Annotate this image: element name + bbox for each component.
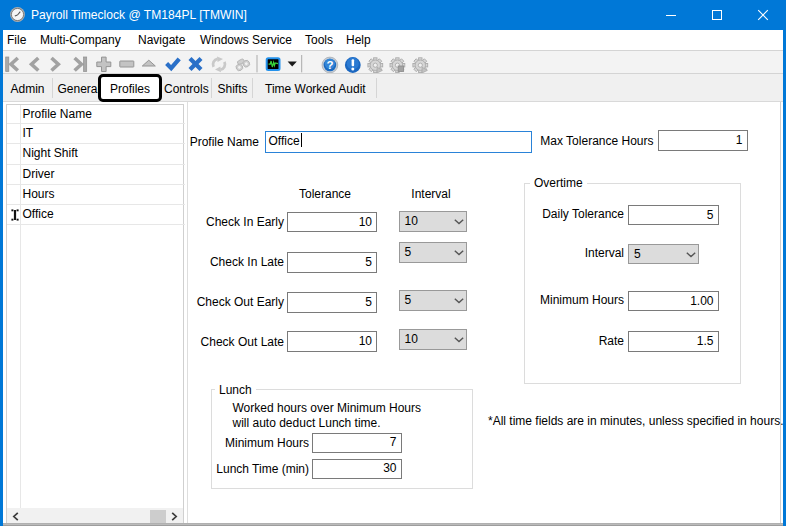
svg-text:?: ?	[326, 59, 333, 71]
